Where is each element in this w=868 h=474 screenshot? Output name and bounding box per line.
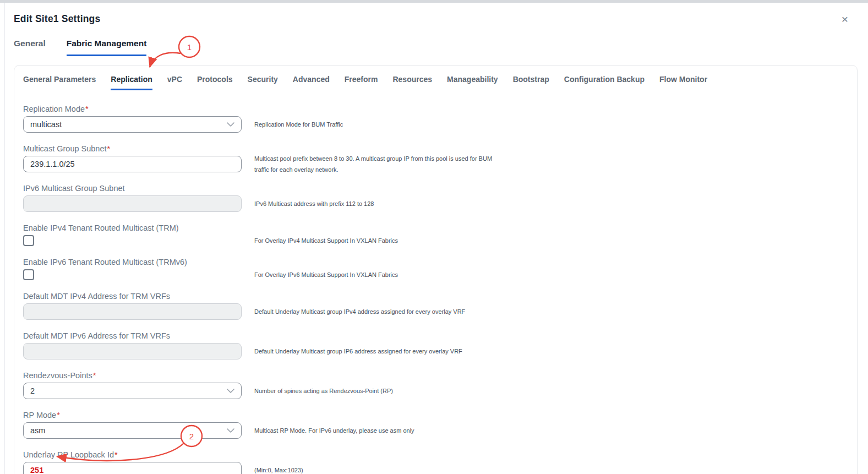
field-label: Rendezvous-Points*	[23, 371, 848, 380]
page-title: Edit Site1 Settings	[14, 13, 100, 25]
field-control: Default Underlay Multicast group IP6 add…	[23, 343, 242, 359]
replication-mode-select[interactable]: multicast	[23, 116, 242, 133]
field-row-enable-ipv4-tenant-routed-multicast-trm: Enable IPv4 Tenant Routed Multicast (TRM…	[23, 224, 848, 246]
field-label-text: Replication Mode	[23, 105, 85, 113]
field-control: For Overlay IPv4 Multicast Support In VX…	[23, 235, 242, 246]
edit-site-settings-dialog: Edit Site1 Settings × General Fabric Man…	[4, 3, 868, 474]
replication-form: Replication Mode*multicastReplication Mo…	[14, 90, 857, 474]
subtab-security[interactable]: Security	[248, 75, 278, 90]
field-label: Replication Mode*	[23, 105, 848, 113]
field-label-text: IPv6 Multicast Group Subnet	[23, 184, 125, 193]
dialog-header: Edit Site1 Settings ×	[5, 3, 868, 25]
field-control: For Overlay IPv6 Multicast Support In VX…	[23, 269, 242, 280]
enable-ipv6-tenant-routed-multicast-trmv6-checkbox[interactable]	[23, 269, 34, 280]
field-label: Multicast Group Subnet*	[23, 144, 848, 153]
field-label-text: Enable IPv4 Tenant Routed Multicast (TRM…	[23, 224, 179, 232]
field-label: Underlay RP Loopback Id*	[23, 450, 848, 459]
subtab-manageability[interactable]: Manageability	[447, 75, 498, 90]
field-help-text: Multicast pool prefix between 8 to 30. A…	[254, 153, 494, 175]
default-mdt-ipv4-address-for-trm-vrfs-input[interactable]	[23, 303, 242, 320]
subtab-protocols[interactable]: Protocols	[197, 75, 233, 90]
field-label: Enable IPv4 Tenant Routed Multicast (TRM…	[23, 224, 848, 232]
field-help-text: IPv6 Multicast address with prefix 112 t…	[254, 198, 494, 209]
rp-mode-select[interactable]: asm	[23, 422, 242, 439]
field-control: Multicast pool prefix between 8 to 30. A…	[23, 156, 242, 172]
required-asterisk: *	[93, 371, 96, 380]
field-label-text: Rendezvous-Points	[23, 371, 92, 380]
subtab-freeform[interactable]: Freeform	[345, 75, 378, 90]
field-label-text: Default MDT IPv4 Address for TRM VRFs	[23, 292, 170, 301]
chevron-down-icon	[227, 428, 234, 433]
subtab-replication[interactable]: Replication	[111, 75, 152, 90]
field-label-text: Multicast Group Subnet	[23, 144, 107, 153]
field-help-text: For Overlay IPv4 Multicast Support In VX…	[254, 235, 494, 246]
subtab-advanced[interactable]: Advanced	[293, 75, 330, 90]
field-control: 2Number of spines acting as Rendezvous-P…	[23, 383, 242, 399]
enable-ipv4-tenant-routed-multicast-trm-checkbox[interactable]	[23, 235, 34, 246]
fabric-subtabs: General ParametersReplicationvPCProtocol…	[14, 66, 857, 90]
field-control: Default Underlay Multicast group IPv4 ad…	[23, 303, 242, 320]
field-label-text: RP Mode	[23, 411, 56, 419]
field-row-rendezvous-points: Rendezvous-Points*2Number of spines acti…	[23, 371, 848, 399]
field-control: IPv6 Multicast address with prefix 112 t…	[23, 195, 242, 212]
subtab-general-parameters[interactable]: General Parameters	[23, 75, 96, 90]
required-asterisk: *	[85, 105, 89, 113]
select-value: multicast	[30, 120, 62, 129]
field-row-enable-ipv6-tenant-routed-multicast-trmv6: Enable IPv6 Tenant Routed Multicast (TRM…	[23, 258, 848, 280]
field-control: multicastReplication Mode for BUM Traffi…	[23, 116, 242, 133]
field-row-underlay-rp-loopback-id: Underlay RP Loopback Id*(Min:0, Max:1023…	[23, 450, 848, 474]
required-asterisk: *	[57, 411, 60, 419]
field-row-replication-mode: Replication Mode*multicastReplication Mo…	[23, 105, 848, 133]
select-value: asm	[30, 426, 45, 435]
close-icon[interactable]: ×	[839, 13, 850, 25]
tab-fabric-management[interactable]: Fabric Management	[67, 39, 147, 56]
multicast-group-subnet-input[interactable]	[23, 156, 242, 172]
ipv6-multicast-group-subnet-input[interactable]	[23, 195, 242, 212]
field-label: Default MDT IPv4 Address for TRM VRFs	[23, 292, 848, 301]
fabric-settings-card: General ParametersReplicationvPCProtocol…	[14, 65, 858, 474]
chevron-down-icon	[227, 389, 234, 393]
rendezvous-points-select[interactable]: 2	[23, 383, 242, 399]
field-help-text: For Overlay IPv6 Multicast Support In VX…	[254, 269, 494, 280]
chevron-down-icon	[227, 122, 234, 127]
subtab-bootstrap[interactable]: Bootstrap	[513, 75, 549, 90]
required-asterisk: *	[107, 144, 111, 153]
field-label: RP Mode*	[23, 411, 848, 419]
subtab-configuration-backup[interactable]: Configuration Backup	[564, 75, 645, 90]
subtab-vpc[interactable]: vPC	[167, 75, 182, 90]
field-help-text: Default Underlay Multicast group IP6 add…	[254, 346, 494, 357]
subtab-flow-monitor[interactable]: Flow Monitor	[659, 75, 707, 90]
field-row-default-mdt-ipv4-address-for-trm-vrfs: Default MDT IPv4 Address for TRM VRFsDef…	[23, 292, 848, 320]
field-label: IPv6 Multicast Group Subnet	[23, 184, 848, 193]
subtab-resources[interactable]: Resources	[392, 75, 432, 90]
field-row-ipv6-multicast-group-subnet: IPv6 Multicast Group SubnetIPv6 Multicas…	[23, 184, 848, 212]
field-control: (Min:0, Max:1023)	[23, 462, 242, 474]
field-control: asmMulticast RP Mode. For IPv6 underlay,…	[23, 422, 242, 439]
field-label-text: Enable IPv6 Tenant Routed Multicast (TRM…	[23, 258, 187, 266]
underlay-rp-loopback-id-input[interactable]	[23, 462, 242, 474]
field-label-text: Underlay RP Loopback Id	[23, 450, 114, 459]
dialog-tabs: General Fabric Management	[5, 25, 868, 56]
field-label: Enable IPv6 Tenant Routed Multicast (TRM…	[23, 258, 848, 266]
required-asterisk: *	[114, 450, 118, 459]
field-help-text: Replication Mode for BUM Traffic	[254, 119, 494, 130]
field-label: Default MDT IPv6 Address for TRM VRFs	[23, 331, 848, 340]
field-help-text: Number of spines acting as Rendezvous-Po…	[254, 385, 494, 396]
field-help-text: Multicast RP Mode. For IPv6 underlay, pl…	[254, 425, 494, 436]
field-row-default-mdt-ipv6-address-for-trm-vrfs: Default MDT IPv6 Address for TRM VRFsDef…	[23, 331, 848, 359]
field-row-rp-mode: RP Mode*asmMulticast RP Mode. For IPv6 u…	[23, 411, 848, 439]
field-help-text: Default Underlay Multicast group IPv4 ad…	[254, 306, 494, 317]
tab-general[interactable]: General	[14, 39, 46, 56]
default-mdt-ipv6-address-for-trm-vrfs-input[interactable]	[23, 343, 242, 359]
field-label-text: Default MDT IPv6 Address for TRM VRFs	[23, 331, 170, 340]
field-help-text: (Min:0, Max:1023)	[254, 465, 494, 474]
select-value: 2	[30, 386, 35, 395]
field-row-multicast-group-subnet: Multicast Group Subnet*Multicast pool pr…	[23, 144, 848, 172]
